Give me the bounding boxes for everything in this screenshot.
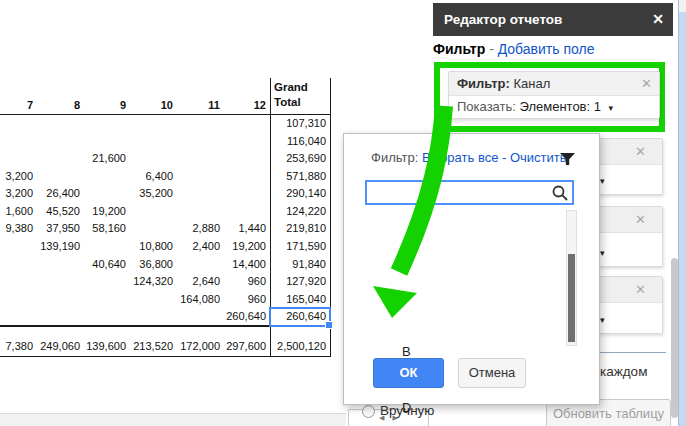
popup-header: Фильтр: Выбрать все - Очистить xyxy=(371,150,567,165)
field-card-3-close-icon[interactable]: ✕ xyxy=(635,277,646,302)
grand-total-cell[interactable]: 253,690 xyxy=(272,150,326,168)
search-input[interactable] xyxy=(365,180,574,205)
search-icon xyxy=(552,185,569,202)
table-cell[interactable]: 10,800 xyxy=(128,238,173,256)
grand-total-cell[interactable]: 571,880 xyxy=(272,168,326,186)
column-header-12[interactable]: 12 xyxy=(221,97,266,115)
sheet-bottom-bar xyxy=(0,413,346,426)
list-scrollbar[interactable] xyxy=(566,210,577,346)
filter-values-popup: Фильтр: Выбрать все - Очистить BCDE✓F ОК… xyxy=(343,133,600,405)
totals-cell[interactable]: 297,600 xyxy=(221,338,266,356)
table-cell[interactable]: 2,400 xyxy=(175,238,220,256)
grand-total-cell[interactable]: 107,310 xyxy=(272,115,326,133)
table-cell[interactable]: 124,320 xyxy=(128,273,173,291)
table-cell[interactable]: 40,640 xyxy=(81,256,126,274)
grand-total-cell[interactable]: 91,840 xyxy=(272,256,326,274)
grand-total-cell[interactable]: 171,590 xyxy=(272,238,326,256)
show-value: Элементов: 1 xyxy=(520,99,601,114)
table-cell[interactable]: 1,440 xyxy=(221,220,266,238)
filter-value-item-D[interactable]: D xyxy=(378,394,563,422)
column-header-11[interactable]: 11 xyxy=(175,97,220,115)
field-card-1: ✕ ▾ xyxy=(598,138,663,195)
totals-cell[interactable]: 213,520 xyxy=(128,338,173,356)
window-scrollbar[interactable] xyxy=(678,0,686,426)
table-cell[interactable]: 35,200 xyxy=(128,185,173,203)
links-dash: - xyxy=(498,150,510,165)
popup-filter-label: Фильтр: xyxy=(371,150,422,165)
column-header-9[interactable]: 9 xyxy=(81,97,126,115)
totals-cell[interactable]: 139,600 xyxy=(81,338,126,356)
filter-card-channel: Фильтр: Канал ✕ Показать: Элементов: 1 ▾ xyxy=(448,71,660,119)
field-card-2-close-icon[interactable]: ✕ xyxy=(635,207,646,232)
table-cell[interactable]: 19,200 xyxy=(81,203,126,221)
grand-total-cell[interactable]: 116,040 xyxy=(272,133,326,151)
grand-total-cell[interactable]: 290,140 xyxy=(272,185,326,203)
table-cell[interactable]: 9,380 xyxy=(0,220,33,238)
select-all-link[interactable]: Выбрать все xyxy=(422,150,498,165)
filter-value-label: D xyxy=(402,394,411,422)
totals-cell[interactable]: 249,060 xyxy=(35,338,80,356)
table-cell[interactable]: 36,800 xyxy=(128,256,173,274)
cancel-button[interactable]: Отмена xyxy=(458,358,526,388)
table-cell[interactable]: 260,640 xyxy=(221,308,266,326)
table-cell[interactable]: 37,950 xyxy=(35,220,80,238)
grand-total-cell[interactable]: 127,920 xyxy=(272,273,326,291)
add-field-link[interactable]: Добавить поле xyxy=(498,41,595,57)
filter-card-body[interactable]: Показать: Элементов: 1 ▾ xyxy=(449,96,659,119)
field-card-2-caret-icon[interactable]: ▾ xyxy=(600,248,605,258)
totals-cell[interactable]: 172,000 xyxy=(175,338,220,356)
table-cell[interactable]: 45,520 xyxy=(35,203,80,221)
table-cell[interactable]: 1,600 xyxy=(0,203,33,221)
grand-total-line1: Grand xyxy=(274,80,308,95)
field-card-1-caret-icon[interactable]: ▾ xyxy=(600,176,605,186)
grand-total-header: Grand Total xyxy=(274,80,308,110)
filter-value-item-E[interactable]: E xyxy=(378,422,563,426)
report-editor-header: Редактор отчетов ✕ xyxy=(433,3,673,36)
table-cell[interactable]: 960 xyxy=(221,273,266,291)
table-cell[interactable]: 960 xyxy=(221,291,266,309)
fill-handle[interactable] xyxy=(325,321,333,329)
table-cell[interactable]: 164,080 xyxy=(175,291,220,309)
filter-card-close-icon[interactable]: ✕ xyxy=(641,72,652,95)
column-header-10[interactable]: 10 xyxy=(128,97,173,115)
column-header-8[interactable]: 8 xyxy=(35,97,80,115)
panel-divider xyxy=(597,352,666,353)
table-cell[interactable]: 3,200 xyxy=(0,168,33,186)
grand-total-cell[interactable]: 165,040 xyxy=(272,291,326,309)
table-cell[interactable]: 14,400 xyxy=(221,256,266,274)
list-scrollbar-thumb[interactable] xyxy=(568,254,575,342)
table-cell[interactable]: 6,400 xyxy=(128,168,173,186)
column-header-7[interactable]: 7 xyxy=(0,97,33,115)
filter-card-label: Фильтр: xyxy=(457,76,510,91)
ok-button[interactable]: ОК xyxy=(373,358,444,388)
table-cell[interactable]: 19,200 xyxy=(221,238,266,256)
grand-total-cell[interactable]: 219,810 xyxy=(272,220,326,238)
panel-close-icon[interactable]: ✕ xyxy=(652,3,664,36)
dropdown-caret-icon[interactable]: ▾ xyxy=(609,103,614,113)
filter-card-value: Канал xyxy=(510,76,550,91)
screenshot-root: 789101112 Grand Total 107,310116,04021,6… xyxy=(0,0,686,426)
grid-hline-header xyxy=(0,114,331,115)
grand-total-line2: Total xyxy=(274,95,308,110)
filter-card-header: Фильтр: Канал ✕ xyxy=(449,72,659,96)
table-cell[interactable]: 2,640 xyxy=(175,273,220,291)
table-cell[interactable]: 26,400 xyxy=(35,185,80,203)
field-card-3: ✕ ▾ xyxy=(598,276,663,334)
field-card-1-close-icon[interactable]: ✕ xyxy=(635,139,646,164)
filter-section-label: Фильтр xyxy=(433,41,485,57)
grand-total-cell[interactable]: 124,220 xyxy=(272,203,326,221)
table-cell[interactable]: 21,600 xyxy=(81,150,126,168)
filter-section-row: Фильтр - Добавить поле xyxy=(433,41,594,57)
totals-cell[interactable]: 7,380 xyxy=(0,338,33,356)
table-cell[interactable]: 139,190 xyxy=(35,238,80,256)
totals-grand-cell[interactable]: 2,500,120 xyxy=(272,338,326,356)
panel-scrollbar[interactable] xyxy=(671,258,678,418)
update-note-text: каждом xyxy=(600,364,647,379)
field-card-3-caret-icon[interactable]: ▾ xyxy=(600,315,605,325)
table-cell[interactable]: 58,160 xyxy=(81,220,126,238)
table-cell[interactable]: 2,880 xyxy=(175,220,220,238)
manual-radio[interactable] xyxy=(362,405,375,418)
selected-cell-outline xyxy=(269,307,331,327)
show-label: Показать: xyxy=(457,99,520,114)
table-cell[interactable]: 3,200 xyxy=(0,185,33,203)
